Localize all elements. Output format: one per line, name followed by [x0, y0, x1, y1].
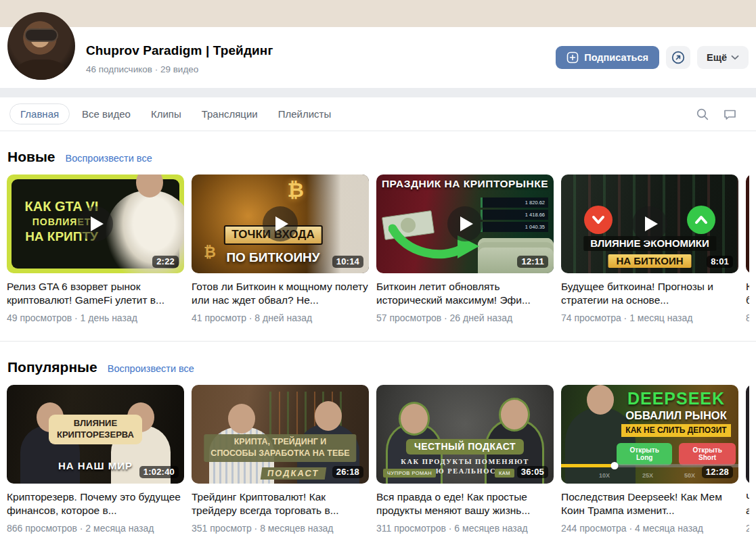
tab-home[interactable]: Главная: [9, 103, 70, 124]
video-card[interactable]: ПРАЗДНИК НА КРИПТОРЫНКЕ 1 820.62 1 418.6…: [376, 175, 554, 323]
up-arrow-icon: [687, 206, 715, 234]
video-meta: 866 просмотров · 2 месяца назад: [7, 523, 184, 534]
name-tag: ЧУПРОВ РОМАН: [383, 469, 436, 478]
video-card[interactable]: КАК GTA VI ПОВЛИЯЕТ НА КРИПТУ 2:22 Релиз…: [7, 175, 184, 323]
bitcoin-icon: ₿: [204, 243, 216, 261]
subscribe-button[interactable]: Подписаться: [556, 46, 659, 69]
channel-avatar[interactable]: [7, 12, 75, 80]
tab-streams[interactable]: Трансляции: [202, 108, 258, 120]
video-meta: 351 просмотр · 8 месяцев назад: [192, 523, 369, 534]
channel-stats: 46 подписчиков · 29 видео: [86, 64, 556, 74]
subscribe-plus-icon: [566, 51, 579, 64]
video-thumbnail[interactable]: ЧЕСТНЫЙ ПОДКАСТ КАК ПРОДУКТЫ ПОМЕНЯЮТ ТВ…: [376, 385, 554, 484]
play-button[interactable]: [263, 206, 298, 241]
more-button[interactable]: Ещё: [697, 46, 749, 69]
messages-icon[interactable]: [723, 108, 737, 121]
video-thumbnail[interactable]: ПРАЗДНИК НА КРИПТОРЫНКЕ 1 820.62 1 418.6…: [376, 175, 554, 273]
slider-knob: [610, 462, 618, 469]
video-card[interactable]: ЧЕСТНЫЙ ПОДКАСТ КАК ПРОДУКТЫ ПОМЕНЯЮТ ТВ…: [376, 385, 554, 534]
channel-cover: [0, 0, 756, 27]
video-card-partial[interactable]: Крбу 86: [746, 175, 749, 323]
tab-clips[interactable]: Клипы: [151, 108, 181, 120]
video-meta: 74 просмотра · 1 месяц назад: [561, 312, 738, 323]
share-button[interactable]: [666, 46, 690, 69]
play-all-link-popular[interactable]: Воспроизвести все: [108, 363, 194, 374]
duration-badge: 8:01: [707, 256, 733, 268]
video-thumbnail[interactable]: [746, 175, 749, 273]
video-title[interactable]: Крбу: [746, 280, 749, 307]
video-thumbnail[interactable]: КАК GTA VI ПОВЛИЯЕТ НА КРИПТУ 2:22: [7, 175, 184, 273]
page-gap: [0, 88, 756, 97]
video-title[interactable]: Трейдинг Криптовалют! Как трейдеру всегд…: [192, 490, 369, 517]
video-meta: 49 просмотров · 1 день назад: [7, 312, 184, 323]
tab-all-videos[interactable]: Все видео: [82, 108, 131, 120]
name-tag: КАМ: [495, 469, 514, 478]
video-card[interactable]: ВЛИЯНИЕ ЭКОНОМИКИ НА БИТКОИН 8:01 Будуще…: [561, 175, 738, 323]
play-button[interactable]: [78, 206, 113, 241]
video-thumbnail[interactable]: ВЛИЯНИЕ ЭКОНОМИКИ НА БИТКОИН 8:01: [561, 175, 738, 273]
video-card[interactable]: ВЛИЯНИЕ КРИПТОРЕЗЕРВА НА НАШ МИР 1:02:40…: [7, 385, 184, 534]
video-meta: 57 просмотров · 26 дней назад: [376, 312, 554, 323]
duration-badge: 1:02:40: [139, 466, 179, 478]
duration-badge: 36:05: [517, 466, 548, 478]
video-title[interactable]: Будущее биткоина! Прогнозы и стратегии н…: [561, 280, 738, 307]
video-meta: 311 просмотров · 6 месяцев назад: [376, 523, 554, 534]
video-title[interactable]: Релиз GTA 6 взорвет рынок криптовалют! G…: [7, 280, 184, 307]
section-title-popular: Популярные: [7, 359, 97, 375]
section-new: Новые Воспроизвести все КАК GTA VI ПОВЛИ…: [0, 131, 756, 341]
open-short-button: Открыть Short: [679, 443, 736, 465]
bitcoin-icon: ₿: [288, 179, 304, 202]
video-meta: 20: [746, 523, 749, 534]
video-meta: 86: [746, 312, 749, 323]
play-button[interactable]: [447, 206, 483, 241]
video-title[interactable]: Биткоин летит обновлять исторический мак…: [376, 280, 554, 307]
video-thumbnail[interactable]: ₿ ₿ ТОЧКИ ВХОДА ПО БИТКОИНУ 10:14: [192, 175, 369, 273]
duration-badge: 10:14: [332, 256, 363, 268]
video-title[interactable]: Крипторезерв. Почему это будущее финансо…: [7, 490, 184, 517]
video-title[interactable]: Готов ли Биткоин к мощному полету или на…: [192, 280, 369, 307]
duration-badge: 12:28: [702, 466, 733, 478]
video-title[interactable]: Чтал: [746, 490, 749, 517]
section-title-new: Новые: [7, 149, 55, 165]
video-card[interactable]: DEEPSEEK ОБВАЛИЛ РЫНОК КАК НЕ СЛИТЬ ДЕПО…: [561, 385, 738, 534]
tab-playlists[interactable]: Плейлисты: [278, 108, 332, 120]
video-thumbnail[interactable]: КРИПТА, ТРЕЙДИНГ И СПОСОБЫ ЗАРАБОТКА НА …: [192, 385, 369, 484]
chevron-down-icon: [731, 55, 739, 60]
video-title[interactable]: Последствия Deepseek! Как Мем Коин Трамп…: [561, 490, 738, 517]
video-thumbnail[interactable]: DEEPSEEK ОБВАЛИЛ РЫНОК КАК НЕ СЛИТЬ ДЕПО…: [561, 385, 738, 484]
video-card[interactable]: КРИПТА, ТРЕЙДИНГ И СПОСОБЫ ЗАРАБОТКА НА …: [192, 385, 369, 534]
price-ticker: 1 820.62 1 418.66 1 040.35: [481, 197, 548, 234]
open-long-button: Открыть Long: [617, 443, 672, 465]
down-arrow-icon: [584, 206, 613, 234]
video-meta: 244 просмотра · 4 месяца назад: [561, 523, 738, 534]
section-popular: Популярные Воспроизвести все ВЛИЯНИЕ КРИ…: [0, 341, 756, 535]
video-card[interactable]: ₿ ₿ ТОЧКИ ВХОДА ПО БИТКОИНУ 10:14 Готов …: [192, 175, 369, 323]
channel-header: Chuprov Paradigm | Трейдинг 46 подписчик…: [0, 0, 756, 88]
video-meta: 41 просмотр · 8 дней назад: [192, 312, 369, 323]
video-title[interactable]: Вся правда о еде! Как простые продукты м…: [376, 490, 554, 517]
duration-badge: 26:18: [332, 466, 363, 478]
tab-bar: Главная Все видео Клипы Трансляции Плейл…: [0, 97, 756, 131]
video-card-partial[interactable]: Чтал 20: [746, 385, 749, 534]
search-icon[interactable]: [696, 108, 709, 121]
podcast-tag: ПОДКАСТ: [261, 467, 326, 480]
channel-title: Chuprov Paradigm | Трейдинг: [86, 43, 556, 58]
duration-badge: 2:22: [152, 256, 179, 268]
video-thumbnail[interactable]: [746, 385, 749, 484]
video-thumbnail[interactable]: ВЛИЯНИЕ КРИПТОРЕЗЕРВА НА НАШ МИР 1:02:40: [7, 385, 184, 484]
duration-badge: 12:11: [517, 256, 548, 268]
play-all-link-new[interactable]: Воспроизвести все: [66, 153, 152, 164]
play-button[interactable]: [632, 206, 667, 241]
share-arrow-icon: [671, 50, 686, 65]
